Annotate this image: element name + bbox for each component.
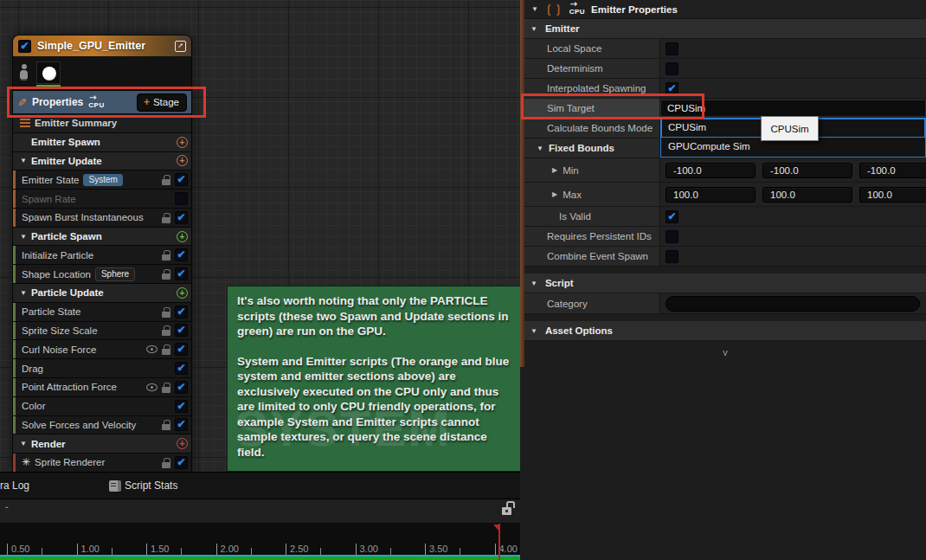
- node-section-emitter-spawn[interactable]: Emitter Spawn+: [13, 133, 191, 152]
- open-emitter-icon[interactable]: ➚: [175, 41, 186, 52]
- module-enabled-checkbox[interactable]: ✔: [175, 248, 188, 261]
- add-module-icon[interactable]: +: [177, 438, 188, 449]
- expand-arrow-icon[interactable]: ▶: [552, 166, 557, 174]
- plus-icon: +: [144, 96, 150, 108]
- chevron-down-icon[interactable]: ˇ: [5, 505, 9, 516]
- node-module-row[interactable]: Spawn Rate: [13, 190, 191, 209]
- panel-expander[interactable]: v: [524, 341, 926, 364]
- property-checkbox[interactable]: [666, 230, 678, 243]
- node-module-row[interactable]: Point Attraction Force✔: [13, 378, 191, 397]
- node-module-row[interactable]: Solve Forces and Velocity✔: [13, 416, 191, 435]
- panel-section-script[interactable]: ▼Script: [524, 274, 926, 293]
- node-module-row[interactable]: Curl Noise Force✔: [13, 340, 191, 359]
- property-checkbox[interactable]: [666, 42, 678, 55]
- module-enabled-checkbox[interactable]: ✔: [175, 267, 188, 280]
- playhead-marker[interactable]: [498, 524, 500, 560]
- ruler-tick-label: 1.50: [151, 544, 169, 554]
- collapse-triangle-icon[interactable]: ▼: [20, 233, 27, 241]
- lock-icon[interactable]: [162, 382, 170, 393]
- expand-arrow-icon[interactable]: ▶: [552, 190, 557, 198]
- node-section-emitter-update[interactable]: ▼Emitter Update+: [13, 152, 191, 171]
- node-row-emitter-summary[interactable]: Emitter Summary: [13, 114, 191, 133]
- node-graph-canvas[interactable]: ✔ Simple_GPU_Emitter ➚ ✎ Properties CPU …: [0, 0, 520, 472]
- vector-number-field[interactable]: 100.0: [666, 187, 756, 203]
- person-scale-icon[interactable]: [18, 63, 29, 84]
- add-stage-button[interactable]: + Stage: [137, 93, 187, 112]
- module-enabled-checkbox[interactable]: ✔: [175, 306, 188, 319]
- tab-log-label: ra Log: [0, 480, 29, 492]
- add-module-icon[interactable]: +: [177, 155, 188, 166]
- add-module-icon[interactable]: +: [177, 231, 188, 242]
- property-checkbox[interactable]: ✔: [666, 210, 678, 223]
- lock-icon[interactable]: [162, 344, 170, 355]
- sim-target-combo[interactable]: CPUSim: [660, 100, 926, 117]
- node-module-row[interactable]: Shape LocationSphere✔: [13, 265, 191, 284]
- add-module-icon[interactable]: +: [177, 137, 188, 148]
- collapse-triangle-icon[interactable]: ▼: [531, 25, 537, 33]
- node-module-row[interactable]: Initialize Particle✔: [13, 246, 191, 265]
- emitter-node-header[interactable]: ✔ Simple_GPU_Emitter ➚: [13, 35, 191, 56]
- node-module-row[interactable]: Sprite Size Scale✔: [13, 322, 191, 341]
- vector-number-field[interactable]: 100.0: [859, 187, 926, 203]
- collapse-triangle-icon[interactable]: ▼: [20, 157, 27, 164]
- timeline-range-bar[interactable]: [0, 557, 520, 560]
- module-enabled-checkbox[interactable]: ✔: [175, 343, 188, 356]
- panel-section-asset-options[interactable]: ▼Asset Options: [524, 321, 926, 341]
- lock-icon[interactable]: [162, 268, 170, 280]
- module-enabled-checkbox[interactable]: ✔: [175, 418, 188, 431]
- node-module-row[interactable]: Color✔: [13, 397, 191, 416]
- node-module-row[interactable]: Emitter StateSystem✔: [13, 171, 191, 190]
- lock-icon[interactable]: [162, 419, 170, 430]
- property-checkbox[interactable]: [666, 62, 678, 75]
- timeline-track-row[interactable]: ˇ: [0, 499, 520, 524]
- node-module-row[interactable]: Drag✔: [13, 359, 191, 378]
- panel-row-label: Calculate Bounds Mode: [547, 123, 653, 133]
- vector-number-field[interactable]: 100.0: [762, 187, 852, 203]
- node-module-row[interactable]: Spawn Burst Instantaneous✔: [13, 209, 191, 228]
- property-checkbox[interactable]: [666, 250, 678, 263]
- collapse-triangle-icon[interactable]: ▼: [531, 280, 537, 287]
- node-section-particle-update[interactable]: ▼Particle Update+: [13, 284, 191, 303]
- module-enabled-checkbox[interactable]: ✔: [175, 381, 188, 394]
- tab-script-stats[interactable]: Script Stats: [109, 480, 177, 492]
- vector-number-field[interactable]: -100.0: [762, 163, 852, 178]
- lock-icon[interactable]: [162, 249, 170, 261]
- vector-number-field[interactable]: -100.0: [666, 163, 756, 178]
- properties-row[interactable]: ✎ Properties CPU + Stage: [13, 91, 191, 114]
- collapse-triangle-icon[interactable]: ▼: [531, 327, 537, 335]
- module-enabled-checkbox[interactable]: ✔: [175, 400, 188, 413]
- module-enabled-checkbox[interactable]: [175, 192, 188, 205]
- lock-icon[interactable]: [162, 457, 170, 468]
- add-module-icon[interactable]: +: [177, 287, 188, 299]
- lock-icon[interactable]: [162, 174, 170, 185]
- timeline-ruler[interactable]: 0.501.001.502.002.503.003.504.00: [0, 524, 520, 555]
- lock-icon[interactable]: [162, 306, 170, 318]
- lock-icon[interactable]: [162, 325, 170, 336]
- tab-niagara-log[interactable]: ra Log: [0, 480, 42, 492]
- collapse-triangle-icon[interactable]: ▼: [537, 145, 543, 152]
- collapse-triangle-icon[interactable]: ▼: [20, 289, 27, 297]
- module-enabled-checkbox[interactable]: ✔: [175, 211, 188, 224]
- panel-section-label: Emitter: [545, 23, 580, 34]
- category-input[interactable]: [666, 296, 920, 312]
- particle-thumbnail[interactable]: [36, 61, 61, 84]
- module-enabled-checkbox[interactable]: ✔: [175, 324, 188, 337]
- module-enabled-checkbox[interactable]: ✔: [175, 173, 188, 186]
- panel-section-emitter[interactable]: ▼Emitter: [524, 19, 926, 39]
- unlock-icon[interactable]: [502, 507, 511, 515]
- node-section-particle-spawn[interactable]: ▼Particle Spawn+: [13, 228, 191, 247]
- visibility-eye-icon[interactable]: [146, 345, 158, 353]
- property-checkbox[interactable]: ✔: [666, 82, 678, 95]
- collapse-triangle-icon[interactable]: ▼: [20, 440, 27, 447]
- lock-icon[interactable]: [162, 212, 170, 223]
- module-enabled-checkbox[interactable]: ✔: [175, 456, 188, 469]
- emitter-node[interactable]: ✔ Simple_GPU_Emitter ➚ ✎ Properties CPU …: [12, 35, 192, 472]
- module-enabled-checkbox[interactable]: ✔: [175, 362, 188, 375]
- node-module-row[interactable]: ✳Sprite Renderer✔: [13, 454, 191, 472]
- collapse-triangle-icon[interactable]: ▼: [531, 5, 538, 13]
- emitter-enabled-checkbox[interactable]: ✔: [18, 40, 31, 53]
- vector-number-field[interactable]: -100.0: [859, 163, 926, 178]
- node-section-render[interactable]: ▼Render+: [13, 434, 191, 454]
- visibility-eye-icon[interactable]: [146, 383, 158, 391]
- node-module-row[interactable]: Particle State✔: [13, 303, 191, 322]
